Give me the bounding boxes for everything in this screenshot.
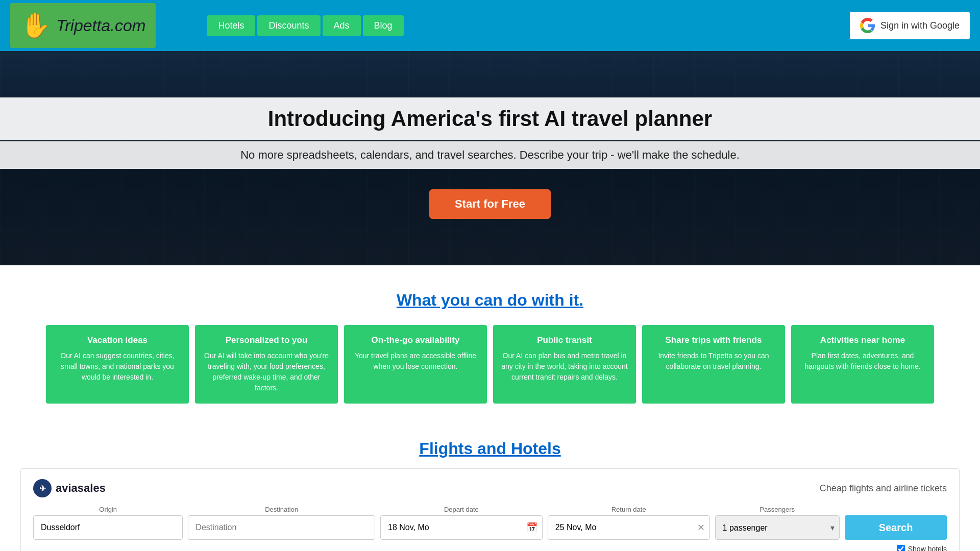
return-date-wrapper: ✕ xyxy=(548,515,710,540)
nav-item-discounts[interactable]: Discounts xyxy=(257,15,320,36)
depart-date-wrapper: 📅 xyxy=(380,515,543,540)
flights-section: Flights and Hotels ✈ aviasales Cheap fli… xyxy=(0,419,980,551)
hero-subtitle: No more spreadsheets, calendars, and tra… xyxy=(0,148,980,162)
return-date-label: Return date xyxy=(548,506,710,513)
origin-group: Origin xyxy=(33,506,183,540)
show-hotels-label: Show hotels xyxy=(908,545,947,551)
nav-item-blog[interactable]: Blog xyxy=(363,15,404,36)
feature-card-4: Share trips with friends Invite friends … xyxy=(642,325,785,404)
aviasales-logo-icon: ✈ xyxy=(33,479,52,497)
card-title-4: Share trips with friends xyxy=(650,335,777,345)
sign-in-label: Sign in with Google xyxy=(880,20,960,31)
nav-item-hotels[interactable]: Hotels xyxy=(207,15,255,36)
card-title-2: On-the-go availability xyxy=(352,335,479,345)
hero-subtitle-bar: No more spreadsheets, calendars, and tra… xyxy=(0,141,980,169)
hero-title-bar: Introducing America's first AI travel pl… xyxy=(0,97,980,140)
card-title-1: Personalized to you xyxy=(203,335,330,345)
search-button[interactable]: Search xyxy=(845,515,947,540)
logo[interactable]: ✋ Tripetta.com xyxy=(10,3,156,48)
google-icon xyxy=(860,18,875,33)
hero-title: Introducing America's first AI travel pl… xyxy=(0,107,980,131)
feature-card-3: Public transit Our AI can plan bus and m… xyxy=(493,325,636,404)
depart-date-input[interactable] xyxy=(380,515,543,540)
origin-input[interactable] xyxy=(33,515,183,540)
sign-in-button[interactable]: Sign in with Google xyxy=(850,12,970,39)
show-hotels-row: Show hotels xyxy=(33,545,947,551)
destination-input[interactable] xyxy=(188,515,375,540)
flight-search-form: Origin Destination Depart date 📅 Return … xyxy=(33,506,947,540)
aviasales-logo-text: aviasales xyxy=(56,482,106,495)
card-body-1: Our AI will take into account who you're… xyxy=(203,350,330,393)
return-date-input[interactable] xyxy=(548,515,710,540)
aviasales-widget: ✈ aviasales Cheap flights and airline ti… xyxy=(20,468,960,551)
passengers-group: Passengers 1 passenger ▾ xyxy=(715,506,840,540)
start-for-free-button[interactable]: Start for Free xyxy=(429,189,551,219)
feature-card-1: Personalized to you Our AI will take int… xyxy=(195,325,338,404)
what-section-title: What you can do with it. xyxy=(10,291,970,310)
card-body-3: Our AI can plan bus and metro travel in … xyxy=(501,350,628,383)
logo-text: Tripetta.com xyxy=(56,16,145,35)
feature-card-5: Activities near home Plan first dates, a… xyxy=(791,325,934,404)
feature-card-0: Vacation ideas Our AI can suggest countr… xyxy=(46,325,189,404)
card-body-4: Invite friends to Tripetta so you can co… xyxy=(650,350,777,372)
card-body-0: Our AI can suggest countries, cities, sm… xyxy=(54,350,181,383)
logo-hand-icon: ✋ xyxy=(20,11,51,40)
card-title-5: Activities near home xyxy=(799,335,926,345)
passengers-wrapper: 1 passenger ▾ xyxy=(715,515,840,540)
show-hotels-checkbox[interactable] xyxy=(897,545,905,551)
calendar-icon: 📅 xyxy=(526,522,537,533)
flights-section-title: Flights and Hotels xyxy=(10,439,970,458)
passengers-select[interactable]: 1 passenger xyxy=(715,515,840,540)
hero-section: Introducing America's first AI travel pl… xyxy=(0,51,980,265)
aviasales-header: ✈ aviasales Cheap flights and airline ti… xyxy=(33,479,947,497)
feature-card-2: On-the-go availability Your travel plans… xyxy=(344,325,487,404)
destination-label: Destination xyxy=(188,506,375,513)
depart-date-group: Depart date 📅 xyxy=(380,506,543,540)
origin-label: Origin xyxy=(33,506,183,513)
return-date-group: Return date ✕ xyxy=(548,506,710,540)
card-title-0: Vacation ideas xyxy=(54,335,181,345)
card-body-5: Plan first dates, adventures, and hangou… xyxy=(799,350,926,372)
return-clear-icon[interactable]: ✕ xyxy=(697,522,705,533)
card-title-3: Public transit xyxy=(501,335,628,345)
navigation: HotelsDiscountsAdsBlog xyxy=(207,15,403,36)
aviasales-logo: ✈ aviasales xyxy=(33,479,106,497)
depart-date-label: Depart date xyxy=(380,506,543,513)
destination-group: Destination xyxy=(188,506,375,540)
nav-item-ads[interactable]: Ads xyxy=(323,15,361,36)
card-body-2: Your travel plans are accessible offline… xyxy=(352,350,479,372)
aviasales-tagline: Cheap flights and airline tickets xyxy=(820,483,947,494)
passengers-label: Passengers xyxy=(715,506,840,513)
header: ✋ Tripetta.com HotelsDiscountsAdsBlog Si… xyxy=(0,0,980,51)
feature-cards-row: Vacation ideas Our AI can suggest countr… xyxy=(10,325,970,404)
what-section: What you can do with it. Vacation ideas … xyxy=(0,265,980,419)
